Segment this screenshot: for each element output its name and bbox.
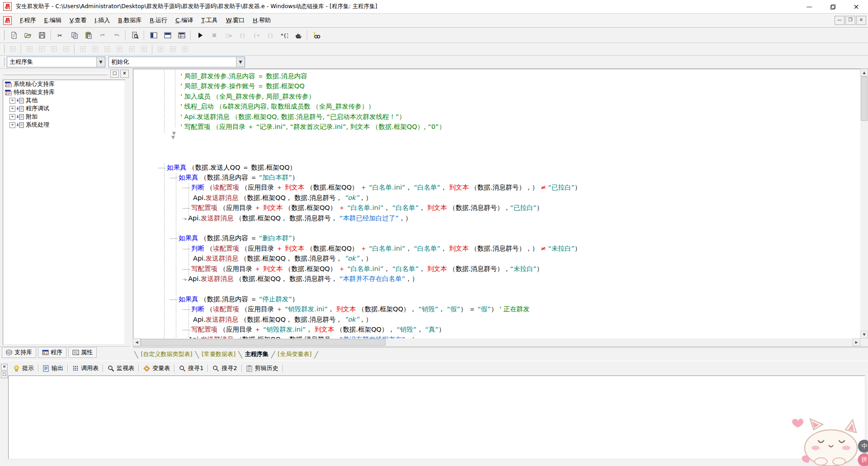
code-line[interactable]: ╌╌╌判断 （读配置项 （应用目录 ＋ 到文本 （数据.框架QQ） ＋ “白名单… (182, 182, 581, 192)
mdi-minimize-button[interactable]: — (835, 16, 844, 25)
bottom-tab-监视表[interactable]: 监视表 (104, 363, 137, 373)
tree-item-附加[interactable]: +附加 (3, 113, 125, 121)
scroll-left-arrow[interactable]: ◀ (133, 338, 141, 346)
menu-item-r[interactable]: R.运行 (146, 14, 171, 26)
expand-plus-icon[interactable]: + (9, 122, 15, 128)
panel-drag-handle[interactable] (4, 73, 108, 75)
bottom-tab-调用表[interactable]: 调用表 (69, 363, 102, 373)
cut-button[interactable]: ✂ (54, 29, 67, 42)
run-button[interactable] (193, 29, 207, 42)
close-button[interactable]: × (844, 0, 868, 13)
method-combobox[interactable]: 初始化 ▼ (108, 57, 245, 67)
tree-item-系统核心支持库[interactable]: 系统核心支持库 (3, 80, 125, 88)
bottom-tab-搜寻2[interactable]: 搜寻2 (209, 363, 240, 373)
bottom-tab-变量表[interactable]: 变量表 (140, 363, 173, 373)
code-line[interactable]: ' 线程_启动 （&群发消息内容, 取数组成员数 （全局_群发传参）） (180, 101, 375, 111)
save-button[interactable] (35, 29, 48, 42)
mdi-close-button[interactable]: × (856, 16, 866, 25)
code-line[interactable]: ╌▸Api.发送群消息 （数据.框架QQ， 数据.消息群号， “本群并不存在白名… (182, 274, 418, 284)
toolbar-gripper[interactable] (2, 30, 5, 40)
find-button[interactable] (128, 29, 142, 42)
toolbar-gripper[interactable] (2, 45, 5, 53)
code-line[interactable]: ▼ (171, 132, 176, 142)
code-line[interactable]: ╌╌╌写配置项 （应用目录 ＋ “销毁群发.ini”， 到文本 （数据.框架QQ… (182, 324, 445, 334)
window-split-vertical-button[interactable] (147, 29, 160, 42)
code-vertical-scrollbar[interactable]: ▲ ▼ (860, 69, 868, 338)
menu-item-t[interactable]: T.工具 (197, 14, 222, 26)
code-line[interactable]: Api.发送群消息 （数据.框架QQ， 数据.消息群号， “ok”，） (193, 253, 372, 263)
code-line[interactable]: ' 加入成员 （全局_群发传参, 局部_群发传参） (180, 91, 315, 101)
scroll-up-arrow[interactable]: ▲ (860, 69, 868, 76)
left-tab-属性[interactable]: 属性 (68, 347, 97, 358)
copy-button[interactable] (68, 29, 81, 42)
code-horizontal-scrollbar[interactable]: ◀ ▶ (133, 338, 860, 346)
sheet-tab-1[interactable]: [常量数据表] (199, 349, 238, 361)
code-line[interactable]: ╌╌╌判断 （读配置项 （应用目录 ＋ 到文本 （数据.框架QQ） ＋ “白名单… (182, 243, 581, 253)
menu-item-c[interactable]: C.编译 (171, 14, 197, 26)
menu-item-b[interactable]: B.数据库 (114, 14, 146, 26)
tree-item-系统处理[interactable]: +系统处理 (3, 121, 125, 129)
ime-input-badge[interactable]: 拼 (858, 453, 868, 466)
paste-button[interactable] (82, 29, 95, 42)
expand-plus-icon[interactable]: + (9, 114, 15, 120)
menu-item-w[interactable]: W.窗口 (222, 14, 249, 26)
output-panel-close-button[interactable]: × (1, 364, 8, 371)
help-search-button[interactable]: ? (310, 29, 323, 42)
menu-item-v[interactable]: V.查看 (66, 14, 90, 26)
sheet-tab-0[interactable]: [自定义数据类型表] (138, 349, 195, 361)
menu-item-e[interactable]: E.编辑 (40, 14, 66, 26)
panel-float-button[interactable]: □ (110, 70, 119, 78)
scroll-right-arrow[interactable]: ▶ (853, 338, 860, 346)
bottom-tab-搜寻1[interactable]: 搜寻1 (176, 363, 207, 373)
code-line[interactable]: ╌▸Api.发送群消息 （数据.框架QQ， 数据.消息群号， “本群已经加白过了… (182, 213, 412, 223)
code-editor[interactable]: ▼' 局部_群发传参.消息内容 ＝ 数据.消息内容' 局部_群发传参.操作账号 … (133, 69, 861, 339)
mdi-restore-button[interactable]: ❐ (845, 16, 855, 25)
toggle-breakpoint-button[interactable]: *{} (278, 29, 291, 42)
sheet-tab-3[interactable]: [全局变量表] (275, 349, 314, 361)
code-line[interactable]: Api.发送群消息 （数据.框架QQ， 数据.消息群号， “ok”，） (193, 193, 372, 203)
expand-plus-icon[interactable]: + (9, 98, 15, 104)
output-panel-float-button[interactable]: □ (1, 371, 8, 378)
code-line[interactable]: ' 局部_群发传参.消息内容 ＝ 数据.消息内容 (180, 71, 307, 81)
minimize-button[interactable]: — (797, 0, 821, 13)
code-line[interactable]: ╌╌╌写配置项 （应用目录 ＋ 到文本 （数据.框架QQ） ＋ “白名单.ini… (182, 264, 543, 274)
open-file-button[interactable] (21, 29, 34, 42)
code-line[interactable]: Api.发送群消息 （数据.框架QQ， 数据.消息群号， “ok”，） (193, 314, 372, 324)
code-line[interactable]: ╌╌╌判断 （读配置项 （应用目录 ＋ “销毁群发.ini”， 到文本 （数据.… (182, 304, 530, 314)
menu-item-f[interactable]: F.程序 (16, 14, 40, 26)
code-line[interactable]: ╌╌╌如果真 （数据.消息内容 ＝ “停止群发”） (170, 294, 298, 304)
code-line[interactable]: ' 写配置项 （应用目录 ＋ “记录.ini”, “群发首次记录.ini”, 到… (180, 122, 445, 132)
code-line[interactable]: ╌╌╌如果真 （数据.消息内容 ＝ “删白本群”） (170, 233, 298, 243)
toolbar-gripper[interactable] (2, 57, 5, 67)
menu-item-h[interactable]: H.帮助 (249, 14, 275, 26)
chevron-down-icon[interactable]: ▼ (96, 57, 105, 67)
pause-button[interactable] (292, 29, 305, 42)
panel-close-button[interactable]: × (120, 70, 129, 78)
code-line[interactable]: ╌╌╌如果真 （数据.发送人QQ ＝ 数据.框架QQ） (158, 162, 296, 172)
vertical-scroll-thumb[interactable] (861, 76, 868, 121)
sheet-tab-active[interactable]: 主程序集 (242, 349, 271, 361)
restore-button[interactable] (821, 0, 844, 13)
bottom-tab-提示[interactable]: 提示 (10, 363, 37, 373)
code-line[interactable]: ╌╌╌写配置项 （应用目录 ＋ 到文本 （数据.框架QQ） ＋ “白名单.ini… (182, 203, 543, 213)
scroll-down-arrow[interactable]: ▼ (860, 331, 868, 338)
expand-plus-icon[interactable]: + (9, 106, 15, 112)
hint-output-area[interactable] (8, 376, 865, 459)
bottom-tab-输出[interactable]: 输出 (40, 363, 66, 373)
tree-item-特殊功能支持库[interactable]: 特殊功能支持库 (3, 88, 125, 96)
support-library-tree[interactable]: 系统核心支持库特殊功能支持库+其他+程序调试+附加+系统处理 (3, 80, 126, 345)
bottom-tab-剪辑历史[interactable]: 剪辑历史 (243, 363, 282, 373)
window-grid-button[interactable] (175, 29, 188, 42)
tree-item-程序调试[interactable]: +程序调试 (3, 105, 125, 113)
window-split-horizontal-button[interactable] (161, 29, 174, 42)
left-tab-程序[interactable]: 程序 (38, 347, 66, 358)
ime-language-badge[interactable]: 中 (858, 440, 868, 452)
left-tab-支持库[interactable]: 支持库 (2, 347, 36, 358)
code-line[interactable]: ╌╌╌如果真 （数据.消息内容 ＝ “加白本群”） (170, 172, 298, 182)
tree-item-其他[interactable]: +其他 (3, 96, 125, 105)
chevron-down-icon[interactable]: ▼ (236, 57, 245, 67)
assembly-combobox[interactable]: 主程序集 ▼ (7, 57, 105, 67)
horizontal-scroll-thumb[interactable] (141, 339, 386, 346)
code-line[interactable]: ' Api.发送群消息 （数据.框架QQ, 数据.消息群号, “已启动本次群发线… (180, 112, 406, 122)
code-line[interactable]: ' 局部_群发传参.操作账号 ＝ 数据.框架QQ (180, 81, 305, 91)
